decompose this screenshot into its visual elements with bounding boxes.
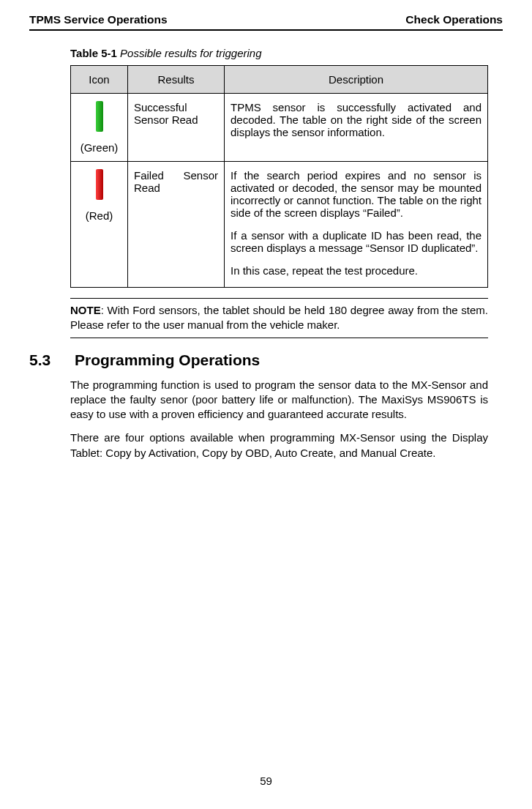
table-row: (Red) Failed Sensor Read If the search p… [71,162,488,288]
header-left: TPMS Service Operations [29,13,168,26]
section-heading: 5.3 Programming Operations [29,351,503,369]
note-divider-top [70,298,488,299]
desc-red-p1: If the search period expires and no sens… [231,169,482,219]
section-title: Programming Operations [75,351,260,369]
th-description: Description [225,66,488,94]
desc-green-p1: TPMS sensor is successfully activated an… [231,101,482,138]
table-row: (Green) Successful Sensor Read TPMS sens… [71,94,488,162]
note-label: NOTE [70,304,101,316]
page-number: 59 [0,775,532,787]
header-divider [29,29,503,31]
desc-cell-green: TPMS sensor is successfully activated an… [225,94,488,162]
desc-red-p3: In this case, repeat the test procedure. [231,264,482,277]
table-caption-label: Table 5-1 [70,47,117,59]
icon-label-red: (Red) [77,209,121,222]
result-cell-green: Successful Sensor Read [128,94,225,162]
red-bar-icon [96,169,103,200]
table-caption-text: Possible results for triggering [117,47,262,59]
icon-cell-red: (Red) [71,162,128,288]
th-icon: Icon [71,66,128,94]
note-text: : With Ford sensors, the tablet should b… [70,304,488,331]
body-paragraph-2: There are four options available when pr… [70,430,488,461]
table-header-row: Icon Results Description [71,66,488,94]
header-right: Check Operations [405,13,503,26]
desc-red-p2: If a sensor with a duplicate ID has been… [231,229,482,254]
body-paragraph-1: The programming function is used to prog… [70,378,488,422]
th-results: Results [128,66,225,94]
note-block: NOTE: With Ford sensors, the tablet shou… [70,303,488,333]
icon-cell-green: (Green) [71,94,128,162]
table-caption: Table 5-1 Possible results for triggerin… [70,47,503,59]
desc-cell-red: If the search period expires and no sens… [225,162,488,288]
note-divider-bottom [70,338,488,338]
section-number: 5.3 [29,351,59,369]
page-header: TPMS Service Operations Check Operations [29,13,503,29]
results-table: Icon Results Description (Green) Success… [70,65,488,288]
icon-label-green: (Green) [77,141,121,154]
result-cell-red: Failed Sensor Read [128,162,225,288]
green-bar-icon [96,101,103,132]
